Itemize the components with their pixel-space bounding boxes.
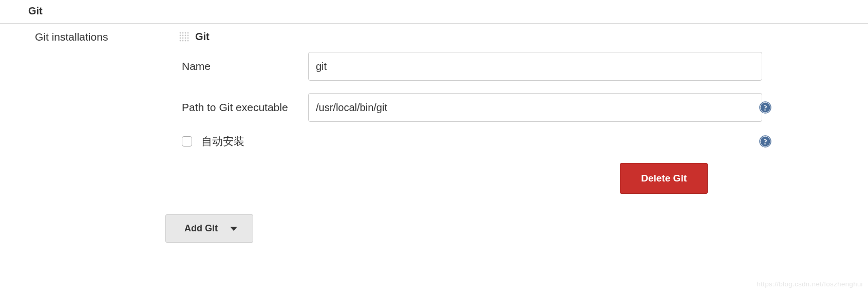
svg-point-14 [185,40,186,41]
svg-point-4 [180,34,181,36]
svg-point-3 [187,32,189,33]
help-icon[interactable]: ? [759,135,771,148]
svg-point-5 [182,34,184,36]
add-git-button[interactable]: Add Git [165,214,253,243]
svg-point-11 [187,37,189,39]
svg-point-8 [180,37,181,39]
svg-point-1 [182,32,184,33]
svg-point-7 [187,34,189,36]
svg-text:?: ? [763,138,767,146]
content-row: Git installations Git Name [0,31,868,243]
svg-point-13 [182,40,184,41]
auto-install-label: 自动安装 [201,134,244,149]
svg-point-15 [187,40,189,41]
svg-point-0 [180,32,181,33]
svg-point-9 [182,37,184,39]
svg-point-2 [185,32,186,33]
add-git-label: Add Git [184,223,218,234]
section-title: Git [0,5,868,24]
path-row: Path to Git executable ? [182,93,791,122]
caret-down-icon [230,227,237,231]
help-icon[interactable]: ? [759,101,771,114]
tool-config-block: Git Name Path to Git executable ? [175,31,868,243]
delete-git-button[interactable]: Delete Git [620,163,708,194]
name-label: Name [182,60,308,72]
drag-handle-icon[interactable] [179,31,190,43]
name-row: Name [182,52,791,81]
delete-row: Delete Git [175,163,791,194]
name-input[interactable] [308,52,762,81]
path-input[interactable] [308,93,762,122]
auto-install-row: 自动安装 ? [182,134,791,149]
svg-point-6 [185,34,186,36]
installations-label: Git installations [0,31,175,43]
auto-install-checkbox[interactable] [182,136,192,147]
svg-text:?: ? [763,104,767,112]
svg-point-12 [180,40,181,41]
tool-header: Git [179,31,791,43]
tool-title: Git [195,31,210,43]
path-label: Path to Git executable [182,101,308,114]
svg-point-10 [185,37,186,39]
